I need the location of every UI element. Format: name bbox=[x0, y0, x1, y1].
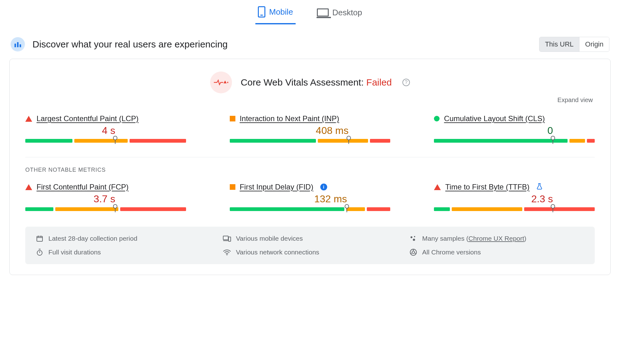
info-durations: Full visit durations bbox=[36, 248, 210, 256]
page-title: Discover what your real users are experi… bbox=[32, 39, 228, 50]
metric-ttfb-value: 2.3 s bbox=[531, 193, 553, 205]
svg-point-12 bbox=[226, 254, 228, 255]
square-ni-icon bbox=[230, 184, 235, 190]
svg-rect-4 bbox=[227, 82, 228, 83]
metric-inp-marker bbox=[347, 136, 351, 140]
metric-fid: First Input Delay (FID) i 132 ms bbox=[230, 183, 391, 211]
scatter-icon bbox=[410, 235, 417, 242]
metric-inp: Interaction to Next Paint (INP) 408 ms bbox=[230, 114, 391, 143]
chrome-icon bbox=[410, 248, 417, 256]
metric-cls: Cumulative Layout Shift (CLS) 0 bbox=[434, 114, 595, 143]
info-versions: All Chrome versions bbox=[410, 248, 584, 256]
svg-marker-3 bbox=[224, 81, 227, 83]
calendar-icon bbox=[36, 235, 43, 242]
metric-lcp-value: 4 s bbox=[102, 125, 116, 136]
metric-lcp-name[interactable]: Largest Contentful Paint (LCP) bbox=[37, 114, 139, 123]
users-icon bbox=[11, 37, 25, 52]
wifi-icon bbox=[223, 249, 231, 256]
flask-icon[interactable] bbox=[536, 183, 543, 191]
metric-fid-marker bbox=[345, 204, 349, 209]
info-devices: Various mobile devices bbox=[223, 235, 397, 242]
other-metrics-grid: First Contentful Paint (FCP) 3.7 s First… bbox=[25, 183, 595, 211]
metric-ttfb: Time to First Byte (TTFB) 2.3 s bbox=[434, 183, 595, 211]
metric-lcp-marker bbox=[113, 136, 117, 140]
tab-mobile-label: Mobile bbox=[269, 7, 293, 17]
svg-point-14 bbox=[412, 251, 415, 253]
assessment-prefix: Core Web Vitals Assessment: bbox=[241, 77, 366, 87]
core-metrics-grid: Largest Contentful Paint (LCP) 4 s Inter… bbox=[25, 114, 595, 143]
metric-cls-name[interactable]: Cumulative Layout Shift (CLS) bbox=[444, 114, 545, 123]
help-icon[interactable]: ? bbox=[402, 79, 410, 86]
svg-point-10 bbox=[413, 239, 415, 241]
metric-inp-name[interactable]: Interaction to Next Paint (INP) bbox=[240, 114, 339, 123]
info-icon[interactable]: i bbox=[320, 184, 327, 190]
assessment-status: Failed bbox=[366, 77, 392, 87]
vitals-card: Core Web Vitals Assessment: Failed ? Exp… bbox=[9, 59, 611, 275]
stopwatch-icon bbox=[36, 248, 43, 256]
metric-lcp-bar bbox=[25, 139, 186, 143]
tab-desktop-label: Desktop bbox=[332, 8, 362, 17]
metric-fcp: First Contentful Paint (FCP) 3.7 s bbox=[25, 183, 186, 211]
metric-fid-name[interactable]: First Input Delay (FID) bbox=[240, 183, 313, 191]
tab-mobile[interactable]: Mobile bbox=[255, 3, 296, 24]
metric-inp-value: 408 ms bbox=[316, 125, 349, 136]
triangle-poor-icon bbox=[434, 184, 441, 190]
metric-fid-bar bbox=[230, 207, 391, 211]
square-ni-icon bbox=[230, 116, 235, 121]
triangle-poor-icon bbox=[25, 184, 32, 190]
info-period: Latest 28-day collection period bbox=[36, 235, 210, 242]
svg-rect-6 bbox=[223, 236, 228, 240]
device-tabs: Mobile Desktop bbox=[9, 3, 611, 24]
header-row: Discover what your real users are experi… bbox=[9, 37, 611, 52]
metric-ttfb-name[interactable]: Time to First Byte (TTFB) bbox=[445, 183, 529, 191]
svg-rect-0 bbox=[15, 44, 16, 47]
metrics-divider bbox=[25, 157, 595, 157]
mobile-icon bbox=[258, 6, 265, 17]
circle-good-icon bbox=[434, 116, 440, 121]
other-metrics-label: OTHER NOTABLE METRICS bbox=[25, 167, 595, 173]
pulse-icon bbox=[210, 71, 232, 93]
svg-rect-5 bbox=[37, 236, 42, 241]
metric-inp-bar bbox=[230, 139, 391, 143]
svg-point-9 bbox=[414, 236, 415, 237]
metric-cls-value: 0 bbox=[547, 125, 553, 136]
info-samples: Many samples (Chrome UX Report) bbox=[410, 235, 584, 242]
assessment-text: Core Web Vitals Assessment: Failed bbox=[241, 77, 392, 88]
metric-fid-value: 132 ms bbox=[314, 193, 347, 205]
svg-rect-7 bbox=[229, 237, 231, 241]
svg-rect-1 bbox=[17, 42, 19, 47]
metric-fcp-bar bbox=[25, 207, 186, 211]
data-sources-box: Latest 28-day collection period Various … bbox=[25, 227, 595, 264]
svg-rect-2 bbox=[20, 44, 21, 47]
devices-icon bbox=[223, 235, 231, 242]
crux-report-link[interactable]: Chrome UX Report bbox=[469, 235, 524, 242]
metric-cls-marker bbox=[551, 136, 555, 140]
scope-toggle: This URL Origin bbox=[539, 37, 609, 52]
scope-origin-button[interactable]: Origin bbox=[579, 37, 609, 52]
metric-lcp: Largest Contentful Paint (LCP) 4 s bbox=[25, 114, 186, 143]
metric-fcp-marker bbox=[113, 204, 117, 209]
desktop-icon bbox=[317, 8, 329, 17]
triangle-poor-icon bbox=[25, 116, 32, 122]
metric-fcp-name[interactable]: First Contentful Paint (FCP) bbox=[37, 183, 129, 191]
scope-this-url-button[interactable]: This URL bbox=[539, 37, 579, 52]
metric-cls-bar bbox=[434, 139, 595, 143]
assessment-row: Core Web Vitals Assessment: Failed ? bbox=[25, 71, 595, 93]
metric-ttfb-bar bbox=[434, 207, 595, 211]
metric-fcp-value: 3.7 s bbox=[94, 193, 115, 205]
svg-point-8 bbox=[411, 236, 412, 238]
tab-desktop[interactable]: Desktop bbox=[314, 3, 365, 24]
info-network: Various network connections bbox=[223, 248, 397, 256]
expand-view-link[interactable]: Expand view bbox=[25, 96, 593, 104]
metric-ttfb-marker bbox=[551, 204, 555, 209]
